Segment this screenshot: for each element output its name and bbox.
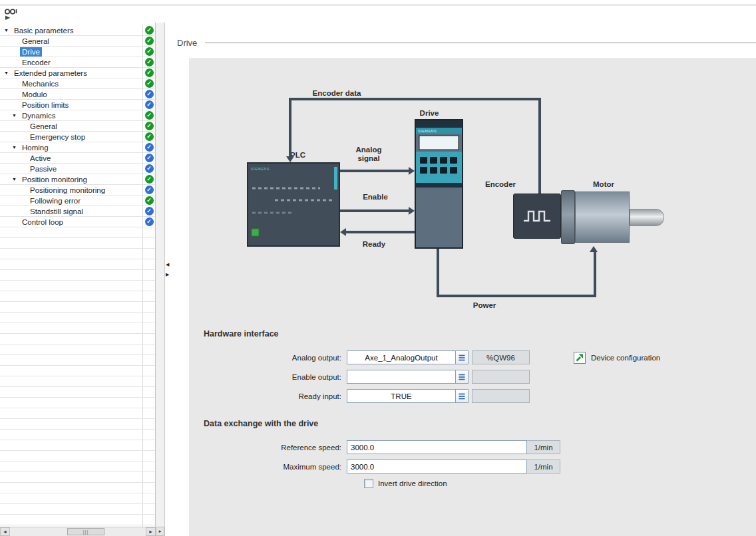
technology-object-icon[interactable] [3, 7, 20, 21]
sidebar-item-label[interactable]: Position monitoring [20, 175, 89, 184]
scroll-right-button[interactable]: ► [146, 527, 156, 536]
sidebar-item-positioning-monitoring[interactable]: Positioning monitoring✓ [0, 185, 155, 196]
sidebar-item-label[interactable]: Active [28, 154, 53, 163]
sidebar-item-passive[interactable]: Passive✓ [0, 164, 155, 174]
analog-output-input[interactable]: Axe_1_AnalogOutput [347, 350, 456, 364]
address-value: %QW96 [486, 354, 515, 362]
scroll-track[interactable]: ||| [10, 527, 146, 536]
sidebar-item-label[interactable]: Positioning monitoring [28, 186, 107, 195]
splitter-collapse-right-icon[interactable]: ▶ [166, 272, 169, 277]
expander-icon[interactable]: ▼ [4, 68, 12, 78]
sidebar-item-label[interactable]: General [20, 37, 51, 46]
sidebar-item-label[interactable]: Basic parameters [12, 26, 75, 35]
device-configuration-link[interactable]: Device configuration [574, 352, 660, 364]
invert-drive-direction-row: Invert drive direction [204, 479, 756, 488]
expander-icon[interactable]: ▼ [12, 174, 20, 185]
sidebar-item-dynamics[interactable]: ▼Dynamics✓ [0, 110, 155, 121]
field-label: Reference speed: [204, 444, 347, 452]
sidebar-item-label[interactable]: Emergency stop [28, 132, 87, 142]
siemens-brand-text: SIEMENS [418, 129, 437, 133]
tree-empty-row [0, 408, 155, 419]
sidebar-item-label[interactable]: Standstill signal [28, 207, 85, 216]
sidebar-horizontal-scrollbar[interactable]: ◄ ||| ► [0, 527, 156, 536]
device-configuration-label[interactable]: Device configuration [591, 354, 660, 362]
sidebar-item-following-error[interactable]: Following error✓ [0, 196, 155, 206]
sidebar-item-emergency-stop[interactable]: Emergency stop✓ [0, 132, 155, 142]
invert-drive-direction-label[interactable]: Invert drive direction [378, 479, 447, 487]
sidebar-item-label[interactable]: Mechanics [20, 79, 61, 88]
sidebar-item-mechanics[interactable]: Mechanics✓ [0, 78, 155, 89]
drive-device-image: SIEMENS [415, 119, 463, 250]
sidebar-item-encoder[interactable]: Encoder✓ [0, 57, 155, 68]
ready-input-input[interactable]: TRUE [347, 389, 456, 403]
enable-line [340, 209, 409, 212]
data-exchange-rows: Reference speed:3000.01/minMaximum speed… [204, 440, 756, 473]
content-area: ▼Basic parameters✓General✓Drive✓Encoder✓… [0, 23, 756, 536]
tree-empty-row [0, 227, 155, 238]
status-blue-check-icon: ✓ [145, 143, 154, 152]
splitter-collapse-left-icon[interactable]: ◀ [166, 262, 169, 267]
sidebar-item-position-limits[interactable]: Position limits✓ [0, 100, 155, 110]
hardware-interface-section: Hardware interface Analog output:Axe_1_A… [204, 329, 756, 403]
scroll-thumb[interactable]: ||| [67, 528, 104, 535]
tree-empty-row [0, 238, 155, 249]
sidebar-item-label[interactable]: Drive [20, 47, 42, 57]
sidebar-item-general[interactable]: General✓ [0, 121, 155, 132]
sidebar-item-label[interactable]: General [28, 122, 59, 131]
sidebar-item-label[interactable]: Encoder [20, 58, 53, 67]
sidebar-item-basic-parameters[interactable]: ▼Basic parameters✓ [0, 25, 155, 36]
tree-empty-row [0, 376, 155, 387]
sidebar-item-standstill-signal[interactable]: Standstill signal✓ [0, 206, 155, 217]
sidebar-item-label[interactable]: Control loop [20, 217, 65, 227]
tree-empty-row [0, 355, 155, 366]
sidebar-item-active[interactable]: Active✓ [0, 153, 155, 164]
expander-icon[interactable]: ▼ [12, 142, 20, 153]
expander-icon[interactable]: ▼ [4, 25, 12, 36]
data-exchange-row-reference-speed: Reference speed:3000.01/min [204, 440, 756, 454]
status-green-check-icon: ✓ [145, 37, 154, 45]
tree-empty-row [0, 259, 155, 270]
sidebar-item-general[interactable]: General✓ [0, 36, 155, 47]
symbol-picker-button[interactable] [456, 389, 469, 403]
maximum-speed-input[interactable]: 3000.0 [347, 460, 527, 473]
encoder-device-label: Encoder [485, 180, 516, 188]
invert-drive-direction-checkbox[interactable] [364, 479, 373, 488]
status-green-check-icon: ✓ [145, 47, 154, 56]
hardware-row-enable-output: Enable output: [204, 370, 756, 384]
sidebar-item-label[interactable]: Modulo [20, 90, 49, 99]
sidebar-item-label[interactable]: Following error [28, 196, 83, 205]
sidebar-item-position-monitoring[interactable]: ▼Position monitoring✓ [0, 174, 155, 185]
sidebar-item-modulo[interactable]: Modulo✓ [0, 89, 155, 100]
scroll-left-button[interactable]: ◄ [0, 527, 10, 536]
tree-vertical-scrollbar[interactable]: ▸ [156, 23, 165, 536]
symbol-picker-button[interactable] [456, 370, 469, 384]
motor-end-cap [561, 190, 575, 244]
symbol-picker-button[interactable] [456, 350, 469, 364]
sidebar-item-label[interactable]: Extended parameters [12, 68, 89, 78]
scroll-corner-button[interactable]: ▸ [156, 527, 164, 536]
hardware-row-ready-input: Ready input:TRUE [204, 389, 756, 403]
drive-device-label: Drive [420, 109, 439, 117]
reference-speed-input[interactable]: 3000.0 [347, 440, 527, 454]
sidebar-item-label[interactable]: Passive [28, 164, 59, 174]
arrowhead-into-drive [409, 167, 415, 175]
pane-splitter[interactable]: ◀ ▶ [165, 23, 172, 536]
enable-output-input[interactable] [347, 370, 456, 384]
sidebar-item-label[interactable]: Dynamics [20, 111, 57, 120]
pulse-signal-icon [522, 209, 552, 223]
sidebar-item-drive[interactable]: Drive✓ [0, 47, 155, 57]
sidebar-item-homing[interactable]: ▼Homing✓ [0, 142, 155, 153]
toolbar [0, 5, 756, 23]
status-blue-check-icon: ✓ [145, 100, 154, 109]
sidebar-item-label[interactable]: Position limits [20, 100, 71, 110]
sidebar-item-control-loop[interactable]: Control loop✓ [0, 217, 155, 227]
parameter-tree-sidebar: ▼Basic parameters✓General✓Drive✓Encoder✓… [0, 23, 156, 536]
expander-icon[interactable]: ▼ [12, 110, 20, 121]
tree-empty-row [0, 430, 155, 440]
sidebar-item-label[interactable]: Homing [20, 143, 51, 152]
tree-empty-row [0, 302, 155, 313]
tree-empty-row [0, 366, 155, 376]
sidebar-item-extended-parameters[interactable]: ▼Extended parameters✓ [0, 68, 155, 78]
drive-settings-pane: Drive Encoder data Drive PLC Analog sign… [172, 23, 756, 536]
power-line [437, 295, 596, 297]
